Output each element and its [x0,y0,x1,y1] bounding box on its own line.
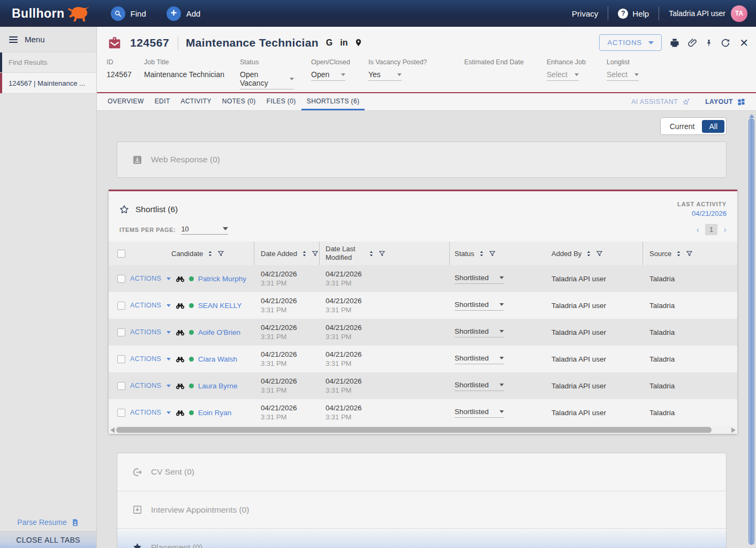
ai-assistant-button[interactable]: AI ASSISTANT [631,98,690,106]
row-checkbox[interactable] [117,275,125,283]
filter-funnel-icon[interactable] [489,250,496,257]
column-label[interactable]: Date Added [261,250,297,258]
map-pin-icon[interactable] [354,38,362,47]
horizontal-scrollbar[interactable] [109,426,737,434]
column-label[interactable]: Source [649,250,671,258]
vacancy-posted-select[interactable]: Yes [368,70,402,81]
toggle-current-button[interactable]: Current [662,122,702,131]
preview-binoculars-icon[interactable] [176,409,185,417]
last-activity-date[interactable]: 04/21/2026 [677,209,727,217]
column-label[interactable]: Status [455,250,474,258]
candidate-link[interactable]: SEAN KELLY [198,302,242,310]
open-closed-select[interactable]: Open [311,70,345,81]
enhance-job-select[interactable]: Select [547,70,579,81]
row-checkbox[interactable] [117,328,125,336]
sort-icon[interactable] [585,250,592,257]
preview-binoculars-icon[interactable] [176,382,185,390]
column-label[interactable]: Candidate [171,250,203,258]
status-select[interactable]: Shortlisted [455,274,504,284]
vertical-scrollbar[interactable] [749,114,755,548]
copy-link-icon[interactable] [687,38,697,48]
toggle-all-button[interactable]: All [702,120,724,133]
scroll-up-arrow-icon[interactable] [749,114,754,118]
sort-icon[interactable] [301,250,308,257]
row-actions-button[interactable]: ACTIONS [128,292,171,319]
google-search-icon[interactable]: G [326,38,332,48]
sort-icon[interactable] [478,250,485,257]
tab-overview[interactable]: OVERVIEW [102,93,149,110]
print-icon[interactable] [670,38,679,48]
sidebar-section-find-results[interactable]: Find Results [0,52,96,73]
filter-funnel-icon[interactable] [379,250,385,257]
row-actions-button[interactable]: ACTIONS [128,265,171,292]
filter-funnel-icon[interactable] [312,250,319,257]
filter-funnel-icon[interactable] [686,250,693,257]
status-select[interactable]: Shortlisted [455,354,504,364]
preview-binoculars-icon[interactable] [176,275,185,283]
row-checkbox[interactable] [117,382,125,390]
candidate-link[interactable]: Eoin Ryan [198,409,231,417]
privacy-link[interactable]: Privacy [572,9,598,18]
row-checkbox[interactable] [117,409,125,417]
row-actions-button[interactable]: ACTIONS [128,319,171,346]
next-page-button[interactable]: › [723,225,727,234]
row-actions-button[interactable]: ACTIONS [128,346,171,372]
placement-panel[interactable]: Placement (0) [117,528,726,548]
preview-binoculars-icon[interactable] [176,328,185,336]
candidate-link[interactable]: Laura Byrne [198,382,238,390]
close-icon[interactable]: ✕ [739,37,749,48]
candidate-link[interactable]: Ciara Walsh [198,355,237,363]
filter-funnel-icon[interactable] [217,250,224,257]
sidebar-open-tab-job[interactable]: 124567 | Maintenance ... [0,73,96,94]
help-button[interactable]: ? Help [618,9,649,19]
row-actions-button[interactable]: ACTIONS [128,372,171,399]
linkedin-icon[interactable]: in [340,38,347,48]
longlist-select[interactable]: Select [607,70,639,81]
menu-button[interactable]: Menu [0,27,96,52]
tab-notes[interactable]: NOTES (0) [217,93,261,110]
row-checkbox[interactable] [117,355,125,363]
pin-tab-icon[interactable] [705,38,713,48]
cv-sent-panel[interactable]: CV Sent (0) [117,453,726,491]
column-label[interactable]: Date Last Modified [326,245,364,262]
close-all-tabs-button[interactable]: CLOSE ALL TABS [0,531,96,548]
interview-appointments-panel[interactable]: Interview Appointments (0) [117,491,726,528]
actions-button[interactable]: ACTIONS [599,34,662,51]
horizontal-scroll-thumb[interactable] [116,427,712,433]
web-response-panel[interactable]: Web Response (0) [117,141,727,178]
vertical-scroll-thumb[interactable] [749,118,754,545]
row-checkbox[interactable] [117,302,125,310]
tab-activity[interactable]: ACTIVITY [176,93,217,110]
page-number[interactable]: 1 [705,224,717,235]
filter-funnel-icon[interactable] [596,250,603,257]
add-button[interactable]: + Add [167,6,201,21]
preview-binoculars-icon[interactable] [176,355,185,363]
sort-icon[interactable] [675,250,682,257]
tab-files[interactable]: FILES (0) [261,93,301,110]
parse-resume-button[interactable]: Parse Resume [0,513,96,531]
scroll-right-arrow-icon[interactable] [731,427,736,433]
avatar[interactable]: TA [731,5,747,22]
candidate-link[interactable]: Aoife O'Brien [198,328,240,336]
status-select[interactable]: Shortlisted [455,327,504,337]
scroll-left-arrow-icon[interactable] [110,427,115,433]
status-select[interactable]: Shortlisted [455,301,504,311]
items-per-page-select[interactable]: 10 [181,225,228,235]
prev-page-button[interactable]: ‹ [696,225,699,234]
status-select[interactable]: Shortlisted [455,408,504,418]
tab-edit[interactable]: EDIT [149,93,176,110]
preview-binoculars-icon[interactable] [176,302,185,310]
find-button[interactable]: Find [111,6,146,21]
status-select[interactable]: Shortlisted [455,381,504,391]
tab-shortlists[interactable]: SHORTLISTS (6) [301,93,365,110]
status-select[interactable]: Open Vacancy [240,70,294,89]
user-menu[interactable]: Taladria API user [669,9,725,18]
layout-button[interactable]: LAYOUT [705,98,745,106]
candidate-link[interactable]: Patrick Murphy [198,275,246,283]
row-actions-button[interactable]: ACTIONS [128,399,171,426]
sort-icon[interactable] [207,250,214,257]
bullhorn-logo[interactable]: Bullhorn [12,5,90,22]
refresh-icon[interactable] [721,38,730,48]
select-all-checkbox[interactable] [117,250,125,258]
sort-icon[interactable] [368,250,375,257]
